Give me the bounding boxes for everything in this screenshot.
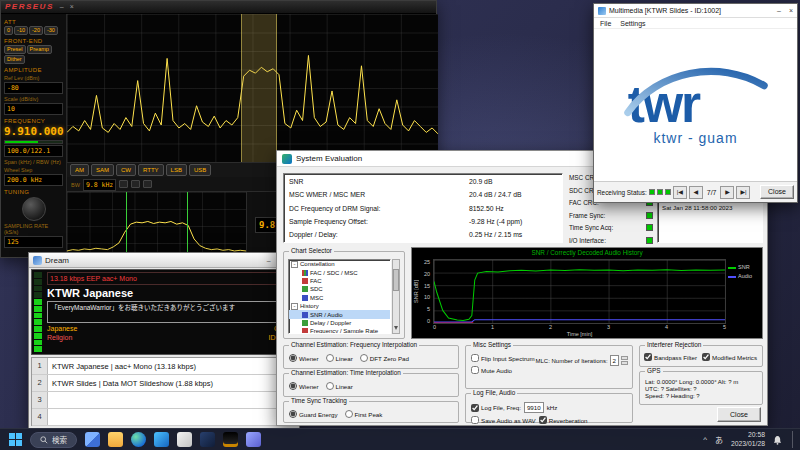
ime-indicator[interactable]: あ xyxy=(715,434,723,445)
multimedia-close-btn[interactable]: Close xyxy=(760,185,794,199)
mode-rtty-button[interactable]: RTTY xyxy=(138,164,164,176)
service-row-4[interactable]: 4 xyxy=(32,409,296,426)
dream-minimize-button[interactable]: – xyxy=(267,257,271,264)
menu-file[interactable]: File xyxy=(600,20,611,27)
store-icon[interactable] xyxy=(154,432,169,447)
span-rbw-value[interactable]: 100.0/122.1 xyxy=(4,145,63,157)
search-box[interactable]: 検索 xyxy=(30,432,77,448)
att-10-button[interactable]: -10 xyxy=(14,26,28,35)
spectrum-unzoom-button[interactable] xyxy=(131,180,140,188)
log-file-audio-group: Log File, Audio Log File, Freq: 9910 kHz… xyxy=(465,393,633,423)
tree-item-history[interactable]: -History xyxy=(289,302,390,310)
perseus-sub-spectrum[interactable] xyxy=(67,191,247,259)
mode-lsb-button[interactable]: LSB xyxy=(166,164,187,176)
preamp-button[interactable]: Preamp xyxy=(27,45,52,54)
mode-am-button[interactable]: AM xyxy=(70,164,89,176)
syseval-close-button[interactable]: Close xyxy=(717,407,761,422)
task-view-icon[interactable] xyxy=(85,432,100,447)
log-file-checkbox[interactable]: Log File, Freq: xyxy=(471,404,521,412)
last-slide-button[interactable]: ▶| xyxy=(736,186,750,199)
tray-chevron-icon[interactable]: ^ xyxy=(703,435,707,444)
linear-freq-radio[interactable]: Linear xyxy=(326,354,353,362)
mlc-iterations-field[interactable]: 2 xyxy=(610,355,619,366)
tree-expander-icon[interactable]: - xyxy=(291,261,298,268)
tree-expander-icon[interactable]: - xyxy=(291,303,298,310)
att-20-button[interactable]: -20 xyxy=(29,26,43,35)
tree-scrollbar[interactable] xyxy=(392,259,400,334)
dft-zero-pad-radio[interactable]: DFT Zero Pad xyxy=(360,354,409,362)
reverberation-checkbox[interactable]: Reverberation xyxy=(539,416,588,424)
att-30-button[interactable]: -30 xyxy=(44,26,58,35)
tree-item-fac-sdc-msc[interactable]: FAC / SDC / MSC xyxy=(289,268,390,276)
menu-settings[interactable]: Settings xyxy=(620,20,645,27)
dream-titlebar[interactable]: Dream – □ × xyxy=(29,253,299,268)
first-peak-radio[interactable]: First Peak xyxy=(345,410,383,418)
att-0-button[interactable]: 0 xyxy=(4,26,13,35)
bandpass-filter-checkbox[interactable]: Bandpass Filter xyxy=(644,353,697,361)
flip-input-spectrum-checkbox[interactable]: Flip Input Spectrum xyxy=(471,354,535,362)
service-row-3[interactable]: 3 xyxy=(32,392,296,409)
modified-metrics-checkbox[interactable]: Modified Metrics xyxy=(702,353,757,361)
service-genre: Religion xyxy=(47,334,72,341)
ref-level-value[interactable]: -80 xyxy=(4,82,63,94)
notification-bell-icon[interactable] xyxy=(773,435,782,445)
scrollbar-thumb[interactable] xyxy=(393,269,399,291)
spectrum-zoom-button[interactable] xyxy=(119,180,128,188)
wheel-step-label: Wheel Step xyxy=(4,167,63,173)
log-freq-field[interactable]: 9910 xyxy=(524,402,544,413)
multimedia-close-button[interactable]: × xyxy=(789,7,793,14)
start-button[interactable] xyxy=(6,432,24,448)
mlc-spinner[interactable] xyxy=(621,356,628,365)
edge-icon[interactable] xyxy=(131,432,146,447)
perseus-titlebar[interactable]: PERSEUS – × xyxy=(1,1,436,14)
perseus-minimize-button[interactable]: – xyxy=(60,3,64,11)
scroll-down-icon[interactable] xyxy=(394,326,398,330)
doppler-label: Doppler / Delay: xyxy=(289,231,338,238)
wiener-time-radio[interactable]: Wiener xyxy=(289,382,319,390)
show-desktop-button[interactable] xyxy=(792,431,794,449)
explorer-icon[interactable] xyxy=(108,432,123,447)
multimedia-minimize-button[interactable]: – xyxy=(777,7,781,14)
tree-item-sdc[interactable]: SDC xyxy=(289,285,390,293)
tuning-knob[interactable] xyxy=(22,197,46,221)
save-audio-wav-checkbox[interactable]: Save Audio as WAV xyxy=(471,416,536,424)
perseus-close-button[interactable]: × xyxy=(70,3,74,11)
next-slide-button[interactable]: ▶ xyxy=(720,186,734,199)
mute-audio-checkbox[interactable]: Mute Audio xyxy=(471,366,535,374)
mode-cw-button[interactable]: CW xyxy=(116,164,136,176)
linear-time-radio[interactable]: Linear xyxy=(326,382,353,390)
photos-icon[interactable] xyxy=(177,432,192,447)
tree-item-freq-samplerate[interactable]: Frequency / Sample Rate xyxy=(289,327,390,334)
tree-item-constellation[interactable]: -Constellation xyxy=(289,260,390,268)
filter-edge-high xyxy=(187,192,188,259)
guard-energy-radio[interactable]: Guard Energy xyxy=(289,410,338,418)
tree-item-msc[interactable]: MSC xyxy=(289,294,390,302)
wheel-step-value[interactable]: 200.0 kHz xyxy=(4,174,63,186)
prev-slide-button[interactable]: ◀ xyxy=(689,186,703,199)
mode-usb-button[interactable]: USB xyxy=(189,164,211,176)
multimedia-title: Multimedia [KTWR Slides - ID:1002] xyxy=(609,7,721,14)
presel-button[interactable]: Presel xyxy=(4,45,26,54)
service-row-1[interactable]: 1 KTWR Japanese | aac+ Mono (13.18 kbps) xyxy=(32,358,296,375)
legend-audio: Audio xyxy=(728,273,760,279)
bw-readout[interactable]: 9.8 kHz xyxy=(83,179,116,191)
sampling-rate-value[interactable]: 125 xyxy=(4,236,63,248)
perseus-spectrum-display[interactable] xyxy=(67,14,438,162)
dream-taskbar-icon[interactable] xyxy=(200,432,215,447)
frequency-display[interactable]: 9.910.000 xyxy=(4,125,63,138)
marker-button[interactable] xyxy=(143,180,152,188)
tree-item-delay-doppler[interactable]: Delay / Doppler xyxy=(289,319,390,327)
mode-sam-button[interactable]: SAM xyxy=(91,164,114,176)
tray-clock[interactable]: 20:58 2023/01/28 xyxy=(731,431,765,449)
dither-button[interactable]: Dither xyxy=(4,55,25,64)
misc-settings-group: Misc Settings Flip Input Spectrum Mute A… xyxy=(465,345,633,389)
settings-icon[interactable] xyxy=(246,432,261,447)
multimedia-titlebar[interactable]: Multimedia [KTWR Slides - ID:1002] – × xyxy=(594,4,797,18)
tree-item-snr-audio[interactable]: SNR / Audio xyxy=(289,310,390,318)
first-slide-button[interactable]: |◀ xyxy=(673,186,687,199)
tree-item-fac[interactable]: FAC xyxy=(289,277,390,285)
wiener-freq-radio[interactable]: Wiener xyxy=(289,354,319,362)
perseus-taskbar-icon[interactable] xyxy=(223,432,238,447)
service-row-2[interactable]: 2 KTWR Slides | Data MOT Slideshow (1.88… xyxy=(32,375,296,392)
scale-value[interactable]: 10 xyxy=(4,103,63,115)
